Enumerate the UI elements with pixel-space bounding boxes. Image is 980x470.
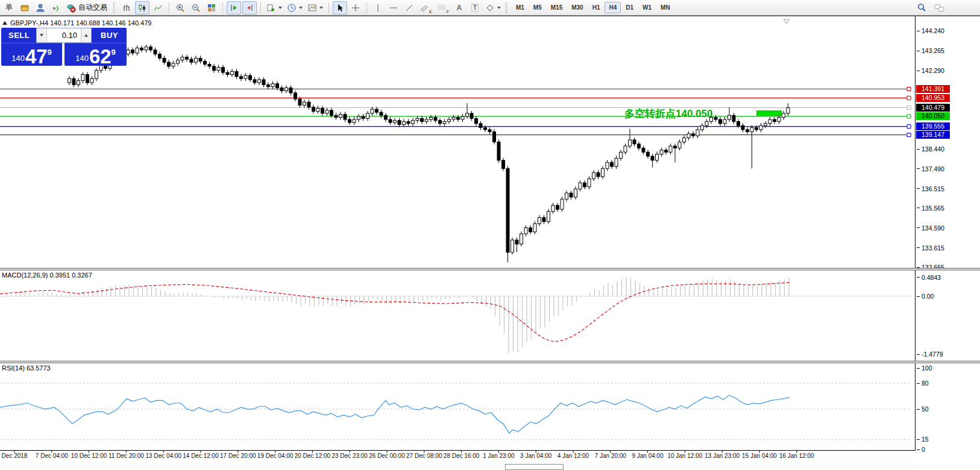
autoscroll-button[interactable] [227,1,241,14]
chart-shift-button[interactable] [242,1,257,14]
date-axis-label: 26 Dec 00:00 [366,453,407,459]
autotrade-label: 自动交易 [77,2,108,13]
date-axis-label: 23 Dec 23:00 [329,453,370,459]
fibonacci-button[interactable]: F [435,1,451,14]
search-icon [917,2,927,13]
bar-chart-icon [122,3,131,13]
candlestick-chart-button[interactable] [135,1,149,14]
date-axis-label: 28 Dec 16:00 [441,453,482,459]
axis-label: 133.615 [917,244,944,252]
triangle-up-icon [84,34,88,37]
timeframe-h4[interactable]: H4 [605,2,621,13]
timeframe-m5[interactable]: M5 [529,2,546,13]
new-order-button[interactable]: 单 [2,1,16,14]
text-label-button[interactable]: T [468,1,482,14]
axis-label: 140.953 [916,94,950,102]
person-icon [36,3,45,13]
line-chart-button[interactable] [151,1,165,14]
date-axis-label: 7 Jan 20:00 [590,453,631,459]
search-button[interactable] [914,1,929,14]
buy-price-prefix: 140 [75,54,89,63]
axis-label: 50 [917,405,929,413]
date-axis-label: Dec 2018 [0,453,35,459]
timeframe-m1[interactable]: M1 [512,2,529,13]
channel-glyph: E [429,10,432,14]
chat-button[interactable] [932,1,947,14]
date-axis-label: 10 Dec 12:00 [69,453,110,459]
date-axis-label: 1 Jan 23:00 [478,453,519,459]
volume-increase-button[interactable] [81,28,91,42]
trendline-icon [404,3,414,13]
timeframe-w1[interactable]: W1 [638,2,656,13]
buy-price: 140 62 9 [64,43,127,66]
template-button[interactable] [306,1,325,14]
toolbar-right-group [914,1,947,14]
axis-label: 100 [917,364,932,372]
timeframe-group: M1M5M15M30H1H4D1W1MN [512,2,674,13]
trendline-button[interactable] [402,1,416,14]
channel-button[interactable]: E [418,1,434,14]
horizontal-line-button[interactable] [386,1,401,14]
zoom-in-button[interactable] [173,1,187,14]
bar-chart-button[interactable] [119,1,134,14]
autotrade-button[interactable]: 自动交易 [64,1,110,14]
date-axis-label: 13 Dec 04:00 [143,453,184,459]
date-axis-label: 16 Jan 12:00 [776,453,817,459]
volume-stepper[interactable]: 0.10 [36,28,92,43]
chevron-down-icon [278,7,282,9]
indicators-button[interactable] [265,1,284,14]
date-axis-label: 3 Jan 04:00 [515,453,556,459]
axis-label: 137.490 [917,165,944,173]
signals-button[interactable] [49,1,63,14]
text-tool-button[interactable]: A [452,1,466,14]
timeframe-m30[interactable]: M30 [567,2,587,13]
toolbar-separator [222,2,223,13]
rsi-indicator-label: RSI(14) 63.5773 [2,364,51,372]
axis-label: 139.147 [916,131,950,139]
vertical-line-button[interactable] [371,1,385,14]
chart-canvas[interactable] [0,16,916,470]
toolbar-grip [506,2,509,13]
volume-decrease-button[interactable] [37,28,47,42]
date-axis-label: 17 Dec 20:00 [218,453,259,459]
price-axis[interactable]: 144.240143.265142.290138.440137.490136.5… [916,16,980,470]
date-axis-label: 27 Dec 08:00 [404,453,445,459]
axis-label: 139.555 [916,122,950,130]
axis-label: 15 [917,436,929,443]
chart-title-bar: GBPJPY-,H4 140.171 140.688 140.146 140.4… [2,19,151,27]
timeframe-h1[interactable]: H1 [588,2,605,13]
crosshair-button[interactable] [348,1,363,14]
text-label-glyph: T [471,4,479,11]
vertical-line-icon [373,3,383,13]
panel-divider[interactable] [0,268,980,270]
chart-annotation-text[interactable]: 多空转折点140.050 [624,107,712,121]
sell-price-prefix: 140 [11,54,25,63]
axis-label: 0.00 [917,293,934,300]
collapse-panel-icon[interactable] [2,21,7,25]
timeframe-m15[interactable]: M15 [547,2,567,13]
history-icon[interactable] [17,1,32,14]
chevron-down-icon [299,7,303,9]
periods-button[interactable] [285,1,304,14]
axis-label: 143.265 [917,47,944,54]
scrollbar-thumb[interactable] [505,464,564,470]
axis-label: 0.4843 [917,274,941,281]
horizontal-scrollbar[interactable] [0,461,980,470]
date-axis-label: 4 Jan 12:00 [553,453,594,459]
timeframe-d1[interactable]: D1 [621,2,638,13]
tile-windows-button[interactable] [204,1,219,14]
volume-value[interactable]: 0.10 [47,28,81,42]
macd-indicator-label: MACD(12,26,9) 0.3951 0.3267 [2,272,92,279]
sell-label: SELL [8,31,30,40]
zoom-out-button[interactable] [189,1,203,14]
panel-divider[interactable] [0,361,980,363]
date-axis-label: 14 Dec 12:00 [180,453,221,459]
profile-button[interactable] [33,1,48,14]
chart-shift-icon [245,3,254,13]
cursor-button[interactable] [333,1,347,14]
buy-label: BUY [101,31,118,40]
sell-price-big: 47 [25,48,48,66]
arrows-tool-button[interactable] [483,1,503,14]
crosshair-icon [351,3,360,13]
timeframe-mn[interactable]: MN [656,2,674,13]
